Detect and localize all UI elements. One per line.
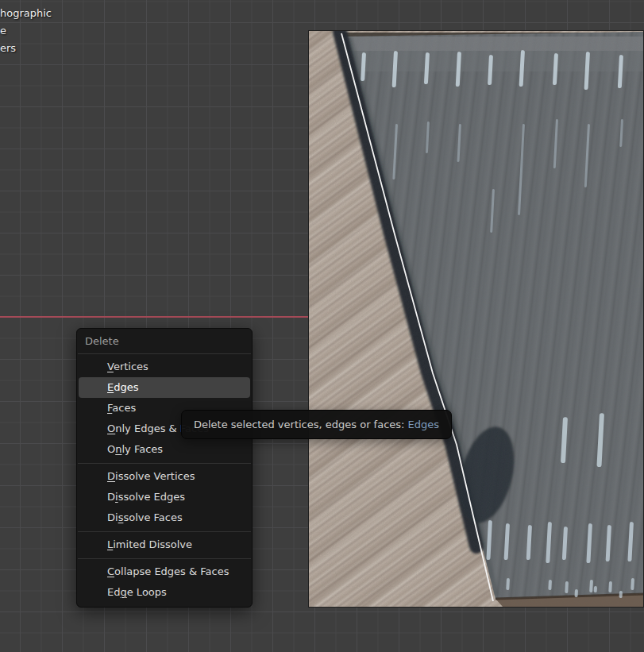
menu-item-only-faces[interactable]: Only Faces (79, 439, 250, 460)
menu-item-dissolve-faces[interactable]: Dissolve Faces (79, 507, 250, 528)
tooltip-description: Delete selected vertices, edges or faces… (194, 419, 408, 430)
menu-item-collapse-edges-faces[interactable]: Collapse Edges & Faces (79, 561, 250, 582)
menu-item-dissolve-vertices[interactable]: Dissolve Vertices (79, 466, 250, 487)
menu-item-dissolve-edges[interactable]: Dissolve Edges (79, 487, 250, 507)
overlay-units-label: ers (0, 40, 52, 57)
menu-title-separator (78, 353, 251, 354)
reference-image (308, 30, 644, 608)
delete-menu-items: VerticesEdgesFacesOnly Edges & FacesOnly… (77, 357, 252, 603)
menu-separator (78, 558, 251, 559)
menu-item-limited-dissolve[interactable]: Limited Dissolve (79, 534, 250, 555)
menu-separator (78, 463, 251, 464)
blender-3d-viewport[interactable]: hographic e ers (0, 0, 644, 652)
menu-separator (78, 531, 251, 532)
menu-item-edge-loops[interactable]: Edge Loops (79, 582, 250, 603)
menu-item-edges[interactable]: Edges (79, 377, 250, 398)
viewport-overlay-text: hographic e ers (0, 5, 52, 57)
menu-title: Delete (77, 332, 252, 350)
overlay-view-label: hographic (0, 5, 52, 22)
menu-item-vertices[interactable]: Vertices (79, 357, 250, 377)
overlay-scene-label: e (0, 22, 52, 40)
tooltip-value: Edges (408, 419, 440, 430)
tooltip: Delete selected vertices, edges or faces… (181, 410, 452, 439)
delete-context-menu: Delete VerticesEdgesFacesOnly Edges & Fa… (76, 328, 253, 608)
x-axis-line (0, 316, 309, 318)
